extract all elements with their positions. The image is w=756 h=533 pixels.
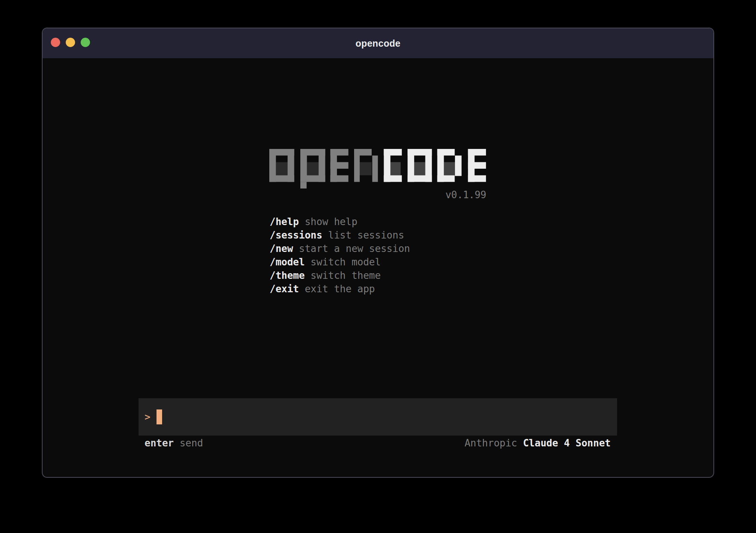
prompt-icon: > xyxy=(145,412,151,422)
send-hint: enter send xyxy=(145,436,203,450)
command-desc: start a new session xyxy=(299,243,410,254)
statusbar: enter send Anthropic Claude 4 Sonnet xyxy=(145,436,611,450)
model-label: Claude 4 Sonnet xyxy=(523,437,611,449)
command-row: /help show help xyxy=(270,215,410,228)
command-desc: switch model xyxy=(311,256,381,268)
command-desc: exit the app xyxy=(305,283,375,294)
command-row: /theme switch theme xyxy=(270,269,410,282)
version-label: v0.1.99 xyxy=(269,189,486,201)
provider-label: Anthropic xyxy=(465,437,517,449)
minimize-icon[interactable] xyxy=(66,38,75,47)
text-cursor xyxy=(157,409,162,424)
command-list: /help show help/sessions list sessions/n… xyxy=(270,215,410,296)
model-indicator: Anthropic Claude 4 Sonnet xyxy=(465,436,611,450)
hint-action: send xyxy=(180,437,203,449)
command-desc: show help xyxy=(305,216,357,227)
hint-key: enter xyxy=(145,437,174,449)
titlebar: opencode xyxy=(43,28,713,58)
command-row: /new start a new session xyxy=(270,242,410,255)
window-title: opencode xyxy=(356,38,400,49)
close-icon[interactable] xyxy=(51,38,60,47)
traffic-lights xyxy=(51,38,90,47)
command-name: /sessions xyxy=(270,230,322,241)
prompt-input[interactable]: > xyxy=(139,398,617,436)
command-desc: switch theme xyxy=(311,270,381,281)
command-row: /exit exit the app xyxy=(270,282,410,296)
command-name: /model xyxy=(270,256,305,268)
command-name: /theme xyxy=(270,270,305,281)
zoom-icon[interactable] xyxy=(81,38,90,47)
command-name: /exit xyxy=(270,283,299,294)
command-desc: list sessions xyxy=(328,230,405,241)
command-row: /model switch model xyxy=(270,255,410,269)
app-window: opencode v0.1.99 /help show help/session… xyxy=(42,28,714,478)
terminal-area: v0.1.99 /help show help/sessions list se… xyxy=(43,58,713,477)
opencode-logo xyxy=(269,149,486,188)
command-row: /sessions list sessions xyxy=(270,228,410,242)
command-name: /help xyxy=(270,216,299,227)
command-name: /new xyxy=(270,243,293,254)
